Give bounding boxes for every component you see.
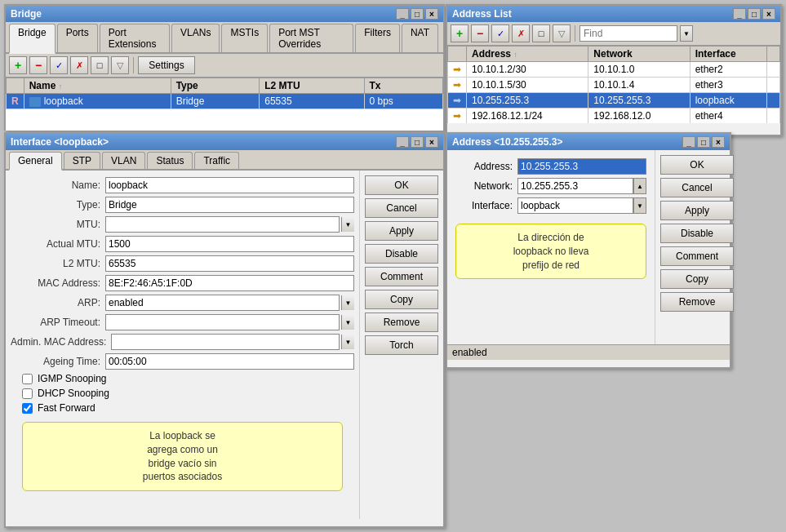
filter-button[interactable]: ▽ — [553, 24, 571, 42]
copy-button[interactable]: Copy — [660, 269, 734, 289]
network-value: 10.255.255.3 — [517, 178, 633, 194]
tab-port-extensions[interactable]: Port Extensions — [100, 24, 170, 52]
enable-button[interactable]: ✓ — [50, 56, 68, 74]
tab-filters[interactable]: Filters — [355, 24, 400, 52]
copy-button[interactable]: □ — [532, 24, 550, 42]
bridge-table: Name ↑ Type L2 MTU Tx R loopback Bridge … — [6, 78, 443, 109]
row-interface: ether3 — [690, 78, 766, 93]
tab-nat[interactable]: NAT — [402, 24, 438, 52]
mtu-input[interactable] — [105, 216, 340, 233]
tab-ports[interactable]: Ports — [57, 24, 98, 52]
address-input[interactable] — [517, 158, 646, 175]
table-row[interactable]: ➡ 10.10.1.2/30 10.10.1.0 ether2 — [448, 62, 780, 78]
address-list-table-area: Address ↑ Network Interface ➡ 10.10.1.2/… — [447, 46, 780, 123]
apply-button[interactable]: Apply — [660, 201, 734, 220]
network-dropdown[interactable]: ▲ — [633, 178, 646, 194]
minimize-button[interactable]: _ — [733, 8, 746, 20]
tab-port-mst-overrides[interactable]: Port MST Overrides — [269, 24, 353, 52]
row-icon: ➡ — [448, 93, 467, 109]
table-row[interactable]: R loopback Bridge 65535 0 bps — [7, 94, 443, 109]
interface-dropdown[interactable]: ▼ — [633, 197, 646, 214]
disable-button[interactable]: ✗ — [70, 56, 88, 74]
arp-timeout-dropdown[interactable]: ▼ — [341, 315, 354, 330]
minimize-button[interactable]: _ — [396, 8, 409, 20]
network-group: Network: 10.255.255.3 ▲ — [455, 178, 646, 194]
maximize-button[interactable]: □ — [697, 136, 710, 148]
tab-bridge[interactable]: Bridge — [9, 24, 56, 54]
maximize-button[interactable]: □ — [748, 8, 761, 20]
remove-button[interactable]: − — [471, 24, 489, 42]
table-row[interactable]: ➡ 192.168.12.1/24 192.168.12.0 ether4 — [448, 109, 780, 124]
bridge-icon — [29, 97, 41, 107]
interface-tooltip: La loopback seagrega como unbridge vacío… — [22, 422, 343, 491]
ok-button[interactable]: OK — [660, 155, 734, 175]
comment-button[interactable]: Comment — [660, 246, 734, 266]
enable-button[interactable]: ✓ — [491, 24, 509, 42]
row-name: loopback — [24, 94, 171, 109]
maximize-button[interactable]: □ — [411, 8, 424, 20]
tab-mstis[interactable]: MSTIs — [221, 24, 268, 52]
tab-vlans[interactable]: VLANs — [171, 24, 220, 52]
tab-general[interactable]: General — [9, 152, 62, 171]
interface-label: Interface: — [455, 200, 513, 211]
comment-button[interactable]: Comment — [365, 267, 438, 286]
remove-button[interactable]: − — [29, 56, 47, 74]
find-input[interactable] — [580, 25, 677, 42]
row-scroll — [767, 93, 780, 109]
row-type: Bridge — [171, 94, 260, 109]
name-input[interactable] — [105, 177, 354, 193]
table-row[interactable]: ➡ 10.10.1.5/30 10.10.1.4 ether3 — [448, 78, 780, 93]
interface-title: Interface <loopback> — [11, 136, 109, 148]
arp-dropdown[interactable]: ▼ — [341, 295, 354, 310]
apply-button[interactable]: Apply — [365, 221, 438, 241]
disable-button[interactable]: ✗ — [512, 24, 530, 42]
disable-button[interactable]: Disable — [660, 224, 734, 243]
add-button[interactable]: + — [9, 56, 27, 74]
cancel-button[interactable]: Cancel — [365, 198, 438, 218]
dhcp-checkbox[interactable] — [22, 388, 33, 399]
mtu-dropdown[interactable]: ▼ — [341, 217, 354, 232]
name-group: Name: — [11, 177, 354, 193]
close-button[interactable]: × — [425, 136, 438, 148]
remove-button[interactable]: Remove — [660, 292, 734, 312]
mac-input[interactable] — [105, 275, 354, 291]
minimize-button[interactable]: _ — [396, 136, 409, 148]
ageing-time-label: Ageing Time: — [11, 356, 100, 367]
minimize-button[interactable]: _ — [682, 136, 695, 148]
close-button[interactable]: × — [425, 8, 438, 20]
row-icon: ➡ — [448, 78, 467, 93]
table-row[interactable]: ➡ 10.255.255.3 10.255.255.3 loopback — [448, 93, 780, 109]
admin-mac-input[interactable] — [111, 334, 340, 350]
igmp-checkbox[interactable] — [22, 374, 33, 384]
admin-mac-dropdown[interactable]: ▼ — [341, 335, 354, 349]
tab-stp[interactable]: STP — [64, 152, 100, 169]
row-interface: ether2 — [690, 62, 766, 78]
copy-button[interactable]: □ — [91, 56, 109, 74]
close-button[interactable]: × — [712, 136, 725, 148]
row-l2mtu: 65535 — [260, 94, 364, 109]
fast-forward-checkbox[interactable] — [22, 403, 33, 414]
tab-traffic[interactable]: Traffic — [194, 152, 239, 169]
col-name: Name ↑ — [24, 78, 171, 94]
maximize-button[interactable]: □ — [411, 136, 424, 148]
arp-timeout-input[interactable] — [105, 314, 340, 330]
address-list-controls: _ □ × — [733, 8, 775, 20]
filter-button[interactable]: ▽ — [111, 56, 129, 74]
ageing-time-input[interactable] — [105, 353, 354, 370]
find-dropdown[interactable]: ▼ — [680, 25, 693, 42]
torch-button[interactable]: Torch — [365, 335, 438, 355]
cancel-button[interactable]: Cancel — [660, 178, 734, 197]
row-interface: loopback — [690, 93, 766, 109]
disable-button[interactable]: Disable — [365, 244, 438, 264]
ok-button[interactable]: OK — [365, 175, 438, 195]
add-button[interactable]: + — [451, 24, 468, 42]
settings-button[interactable]: Settings — [138, 56, 195, 74]
col-indicator — [7, 78, 24, 94]
address-list-window: Address List _ □ × + − ✓ ✗ □ ▽ ▼ Address… — [446, 4, 782, 136]
name-label: Name: — [11, 180, 100, 191]
copy-button[interactable]: Copy — [365, 290, 438, 309]
close-button[interactable]: × — [762, 8, 775, 20]
tab-vlan[interactable]: VLAN — [102, 152, 145, 169]
tab-status[interactable]: Status — [147, 152, 193, 169]
remove-button[interactable]: Remove — [365, 313, 438, 332]
